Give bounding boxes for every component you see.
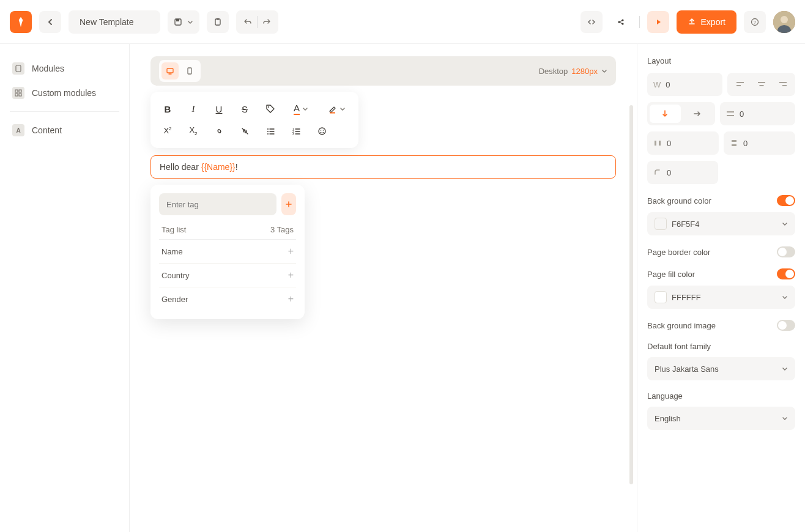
svg-rect-41 — [732, 140, 736, 142]
help-icon: ? — [751, 18, 759, 26]
tag-label: Gender — [161, 295, 188, 304]
tag-insert-button[interactable]: + — [288, 246, 294, 257]
fill-color-toggle[interactable] — [777, 268, 795, 279]
fill-color-label: Page fill color — [647, 270, 695, 279]
bg-color-select[interactable]: F6F5F4 — [647, 212, 795, 235]
bold-button[interactable]: B — [155, 98, 180, 120]
link-button[interactable] — [207, 120, 231, 142]
sidebar-item-custom-modules[interactable]: Custom modules — [10, 81, 119, 105]
tag-insert-button[interactable]: + — [288, 270, 294, 281]
svg-text:3: 3 — [292, 132, 294, 136]
device-desktop[interactable] — [161, 62, 179, 79]
bg-color-toggle[interactable] — [777, 195, 795, 206]
back-button[interactable] — [39, 11, 61, 33]
direction-group — [647, 102, 715, 125]
tag-label: Country — [161, 271, 190, 280]
radius-field[interactable] — [647, 161, 718, 184]
font-value: Plus Jakarta Sans — [655, 364, 719, 374]
width-input[interactable] — [666, 80, 690, 89]
save-button[interactable] — [168, 10, 199, 34]
template-title[interactable]: New Template — [69, 10, 160, 34]
fill-color-swatch — [655, 291, 667, 303]
svg-rect-35 — [779, 82, 787, 83]
width-field[interactable]: W — [647, 73, 722, 96]
svg-point-19 — [268, 106, 269, 108]
bg-color-swatch — [655, 218, 667, 230]
svg-rect-12 — [16, 65, 21, 72]
canvas-area: Desktop 1280px B I U S A X2 X2 123 — [130, 44, 637, 532]
bg-image-toggle[interactable] — [777, 320, 795, 331]
device-size: 1280px — [571, 67, 598, 76]
svg-point-21 — [267, 131, 269, 132]
gap-field[interactable] — [720, 102, 795, 125]
undo-button[interactable] — [243, 18, 252, 26]
padding-right-field[interactable] — [724, 131, 795, 155]
fill-color-value: FFFFFF — [672, 293, 701, 302]
padding-left-field[interactable] — [647, 131, 719, 155]
emoji-button[interactable] — [310, 120, 334, 142]
tag-insert-button[interactable]: + — [288, 294, 294, 305]
svg-rect-3 — [217, 18, 219, 20]
tag-row: Gender + — [159, 287, 296, 311]
svg-rect-15 — [15, 94, 18, 96]
text-block[interactable]: Hello dear {{Name}}! — [150, 155, 616, 179]
unlink-icon — [240, 127, 250, 136]
text-color-button[interactable]: A — [284, 98, 318, 120]
user-avatar[interactable] — [773, 11, 795, 33]
italic-button[interactable]: I — [181, 98, 206, 120]
svg-rect-1 — [176, 19, 179, 21]
chevron-down-icon — [302, 106, 308, 112]
lang-select[interactable]: English — [647, 407, 795, 430]
direction-horizontal[interactable] — [682, 105, 713, 123]
underline-button[interactable]: U — [207, 98, 231, 120]
border-color-toggle[interactable] — [777, 246, 795, 257]
padding-left-input[interactable] — [667, 139, 691, 148]
clipboard-button[interactable] — [207, 11, 229, 33]
highlight-button[interactable] — [319, 98, 354, 120]
gap-input[interactable] — [740, 109, 764, 119]
superscript-button[interactable]: X2 — [155, 120, 180, 142]
svg-rect-40 — [659, 141, 661, 146]
export-button[interactable]: Export — [677, 10, 736, 34]
device-mobile[interactable] — [181, 62, 198, 79]
unlink-button[interactable] — [232, 120, 257, 142]
tag-list-header: Tag list 3 Tags — [159, 219, 296, 240]
redo-button[interactable] — [262, 18, 271, 26]
main: Modules Custom modules A Content Desktop… — [0, 44, 805, 532]
tag-input[interactable] — [159, 193, 276, 215]
code-button[interactable] — [581, 11, 603, 33]
fill-color-select[interactable]: FFFFFF — [647, 286, 795, 309]
device-label[interactable]: Desktop 1280px — [539, 67, 607, 76]
bullet-list-button[interactable] — [258, 120, 283, 142]
padding-right-input[interactable] — [743, 139, 768, 148]
radius-icon — [653, 168, 662, 177]
modules-icon — [12, 62, 24, 75]
font-select[interactable]: Plus Jakarta Sans — [647, 357, 795, 380]
align-right[interactable] — [773, 75, 793, 94]
bg-color-value: F6F5F4 — [672, 220, 700, 229]
arrow-right-icon — [693, 110, 702, 117]
help-button[interactable]: ? — [744, 11, 766, 33]
share-button[interactable] — [610, 11, 632, 33]
tag-add-button[interactable] — [281, 193, 296, 215]
link-icon — [215, 127, 224, 136]
align-center[interactable] — [751, 75, 771, 94]
tag-button[interactable] — [258, 98, 283, 120]
tag-list-title: Tag list — [161, 225, 186, 234]
right-panel: Layout W — [637, 44, 805, 532]
sidebar-item-modules[interactable]: Modules — [10, 56, 119, 81]
template-title-text: New Template — [80, 17, 133, 27]
radius-input[interactable] — [667, 168, 691, 177]
scrollbar[interactable] — [629, 105, 633, 484]
numbered-list-button[interactable]: 123 — [284, 120, 308, 142]
border-color-label: Page border color — [647, 248, 710, 257]
align-left[interactable] — [730, 75, 750, 94]
direction-vertical[interactable] — [650, 105, 681, 123]
strikethrough-button[interactable]: S — [232, 98, 257, 120]
preview-button[interactable] — [647, 11, 669, 33]
align-h-group — [727, 73, 795, 96]
text-toolbar: B I U S A X2 X2 123 — [150, 92, 358, 148]
subscript-button[interactable]: X2 — [181, 120, 206, 142]
chevron-down-icon — [782, 294, 788, 300]
sidebar-item-content[interactable]: A Content — [10, 118, 119, 142]
